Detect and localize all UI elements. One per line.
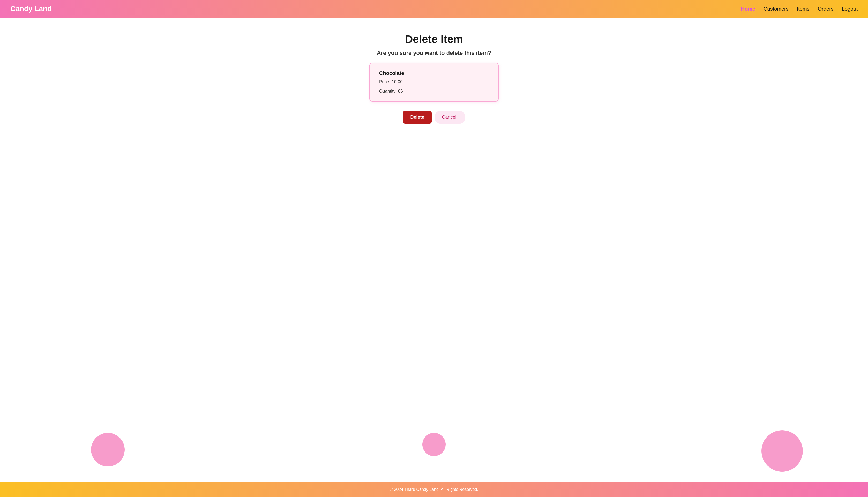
item-price: Price: 10.00 — [379, 80, 489, 85]
item-quantity: Quantity: 86 — [379, 89, 489, 94]
main-content: Delete Item Are you sure you want to del… — [0, 18, 868, 482]
circle-left — [91, 433, 125, 467]
circle-center — [422, 433, 446, 456]
nav-orders[interactable]: Orders — [818, 6, 834, 12]
site-header: Candy Land Home Customers Items Orders L… — [0, 0, 868, 18]
circle-right — [762, 430, 803, 472]
site-footer: © 2024 Tharu Candy Land. All Rights Rese… — [0, 482, 868, 497]
decorative-area — [5, 420, 863, 472]
nav-logout[interactable]: Logout — [842, 6, 858, 12]
button-group: Delete Cancel! — [403, 111, 465, 124]
item-name: Chocolate — [379, 70, 489, 76]
brand-title: Candy Land — [10, 5, 52, 13]
page-title: Delete Item — [405, 33, 463, 45]
delete-button[interactable]: Delete — [403, 111, 431, 124]
nav-home[interactable]: Home — [741, 6, 755, 12]
item-card: Chocolate Price: 10.00 Quantity: 86 — [369, 62, 499, 102]
cancel-button[interactable]: Cancel! — [435, 111, 465, 124]
footer-text: © 2024 Tharu Candy Land. All Rights Rese… — [390, 487, 478, 492]
confirm-text: Are you sure you want to delete this ite… — [377, 49, 492, 56]
main-nav: Home Customers Items Orders Logout — [741, 6, 858, 12]
nav-items[interactable]: Items — [797, 6, 810, 12]
nav-customers[interactable]: Customers — [764, 6, 788, 12]
